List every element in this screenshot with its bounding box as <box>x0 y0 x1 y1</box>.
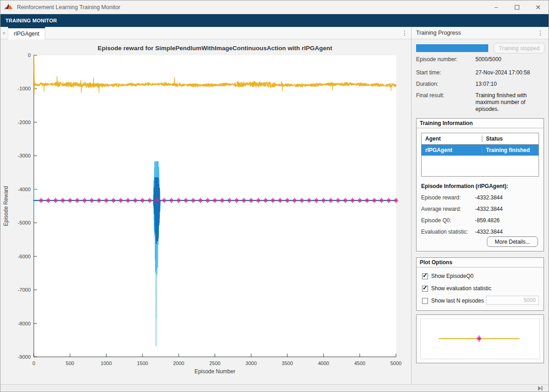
field-value: 5000/5000 <box>475 56 546 63</box>
svg-text:4500: 4500 <box>354 361 365 366</box>
field-value: 13:07:10 <box>475 81 546 88</box>
panel-title: Training Progress <box>416 30 461 36</box>
reward-thumbnail-group <box>416 314 544 363</box>
show-episodeq0-option[interactable]: ✓ Show EpisodeQ0 <box>422 272 474 280</box>
svg-text:-6000: -6000 <box>18 254 31 259</box>
stat-label: Episode Q0: <box>421 217 475 224</box>
column-header-status: Status <box>482 136 538 142</box>
training-progress-track <box>416 44 488 52</box>
field-value: Training finished with maximum number of… <box>475 92 544 113</box>
field-label: Final result: <box>416 92 475 113</box>
plot-option-checkbox-2[interactable]: ✓ <box>422 298 428 304</box>
minimize-icon[interactable]: – <box>486 0 507 14</box>
svg-text:0: 0 <box>28 52 31 58</box>
document-tab-bar: ≡ rIPGAgent ⋮ <box>0 27 411 39</box>
svg-text:2500: 2500 <box>209 361 220 366</box>
panel-menu-icon[interactable]: ⋮ <box>534 29 547 37</box>
svg-text:-2000: -2000 <box>18 120 31 125</box>
status-cell: Training finished <box>482 147 538 153</box>
episode-number-row: Episode number: 5000/5000 <box>416 56 546 63</box>
stat-value: -859.4826 <box>475 217 500 224</box>
episode-reward-chart: Episode reward for SimplePendlumWithImag… <box>0 39 411 384</box>
tab-bar-menu-icon[interactable]: ⋮ <box>398 27 411 39</box>
status-bar <box>0 384 549 392</box>
svg-text:1000: 1000 <box>100 361 111 366</box>
last-n-episodes-input[interactable] <box>486 296 539 305</box>
svg-text:500: 500 <box>66 361 74 366</box>
svg-text:0: 0 <box>32 361 35 366</box>
matlab-logo-icon <box>4 3 13 11</box>
toolstrip: TRAINING MONITOR <box>0 14 549 27</box>
expand-panel-icon[interactable] <box>537 386 543 392</box>
document-area: ≡ rIPGAgent ⋮ Episode reward for SimpleP… <box>0 27 412 384</box>
group-title: Plot Options <box>417 258 544 267</box>
svg-text:Episode reward for SimplePendl: Episode reward for SimplePendlumWithImag… <box>98 45 333 52</box>
plot-options-group: Plot Options ✓ Show EpisodeQ0 ✓ Show eva… <box>416 257 544 311</box>
stat-label: Evaluation statistic: <box>421 229 475 235</box>
field-label: Duration: <box>416 81 475 88</box>
panel-header: Training Progress ⋮ <box>412 27 549 39</box>
drag-handle-icon[interactable]: ≡ <box>0 27 8 39</box>
svg-text:-8000: -8000 <box>18 321 31 326</box>
field-label: Start time: <box>416 69 475 76</box>
field-label: Episode number: <box>416 56 475 63</box>
field-value: 27-Nov-2024 17:00:58 <box>475 69 546 76</box>
app-window: Reinforcement Learning Training Monitor … <box>0 0 549 392</box>
episode-reward-row: Episode reward: -4332.3844 <box>421 194 540 201</box>
start-time-row: Start time: 27-Nov-2024 17:00:58 <box>416 69 546 76</box>
training-progress-bar <box>416 44 488 52</box>
title-bar: Reinforcement Learning Training Monitor … <box>0 0 549 14</box>
tab-label: rIPGAgent <box>14 31 39 37</box>
checkbox-label: Show last N episodes <box>431 298 484 304</box>
more-details-button[interactable]: More Details... <box>487 236 538 247</box>
panel-body: Training stopped Episode number: 5000/50… <box>412 39 549 384</box>
final-result-row: Final result: Training finished with max… <box>416 92 546 113</box>
episode-q0-row: Episode Q0: -859.4826 <box>421 217 540 224</box>
reward-thumbnail-plot <box>420 319 540 359</box>
duration-row: Duration: 13:07:10 <box>416 81 546 88</box>
close-icon[interactable]: ✕ <box>528 0 549 14</box>
column-header-agent: Agent <box>422 136 482 142</box>
stat-label: Average reward: <box>421 206 475 212</box>
svg-text:-3000: -3000 <box>18 153 31 158</box>
svg-text:4000: 4000 <box>318 361 329 366</box>
group-title: Training Information <box>417 119 544 128</box>
agent-cell: rIPGAgent <box>422 147 482 153</box>
training-progress-panel: Training Progress ⋮ Training stopped Epi… <box>412 27 549 384</box>
svg-text:2000: 2000 <box>173 361 184 366</box>
thumbnail-chart <box>421 319 539 359</box>
check-icon: ✓ <box>422 285 428 291</box>
svg-text:-4000: -4000 <box>18 187 31 192</box>
svg-text:5000: 5000 <box>391 361 401 366</box>
show-last-n-episodes-option[interactable]: ✓ Show last N episodes <box>422 297 484 304</box>
stat-label: Episode reward: <box>421 194 475 201</box>
chart-figure: Episode reward for SimplePendlumWithImag… <box>0 39 411 384</box>
main-area: ≡ rIPGAgent ⋮ Episode reward for SimpleP… <box>0 27 549 384</box>
show-evaluation-statistic-option[interactable]: ✓ Show evaluation statistic <box>422 285 491 292</box>
stat-value: -4332.3844 <box>475 229 503 235</box>
svg-text:-1000: -1000 <box>18 86 31 91</box>
agent-status-table: Agent Status rIPGAgent Training finished <box>421 133 539 177</box>
tab-ripgagent[interactable]: rIPGAgent <box>8 27 45 39</box>
stat-value: -4332.3844 <box>475 194 503 201</box>
plot-option-checkbox-0[interactable]: ✓ <box>422 273 428 279</box>
checkbox-label: Show evaluation statistic <box>431 285 491 292</box>
maximize-icon[interactable] <box>507 0 528 14</box>
svg-text:Episode Reward: Episode Reward <box>3 186 9 226</box>
evaluation-statistic-row: Evaluation statistic: -4332.3844 <box>421 229 540 235</box>
table-header-row: Agent Status <box>422 133 538 145</box>
toolstrip-tab-training-monitor[interactable]: TRAINING MONITOR <box>5 18 57 23</box>
table-row[interactable]: rIPGAgent Training finished <box>422 145 538 156</box>
svg-text:-5000: -5000 <box>18 220 31 225</box>
average-reward-row: Average reward: -4332.3844 <box>421 206 540 212</box>
svg-text:Episode Number: Episode Number <box>195 368 235 375</box>
training-information-group: Training Information Agent Status rIPGAg… <box>416 118 544 251</box>
plot-option-checkbox-1[interactable]: ✓ <box>422 286 428 292</box>
svg-text:3500: 3500 <box>282 361 293 366</box>
svg-text:1500: 1500 <box>137 361 148 366</box>
episode-information-title: Episode Information (rIPGAgent): <box>421 183 508 189</box>
svg-text:-7000: -7000 <box>18 287 31 293</box>
training-stopped-button[interactable]: Training stopped <box>494 43 545 53</box>
svg-text:-9000: -9000 <box>18 354 31 360</box>
checkbox-label: Show EpisodeQ0 <box>431 273 474 279</box>
